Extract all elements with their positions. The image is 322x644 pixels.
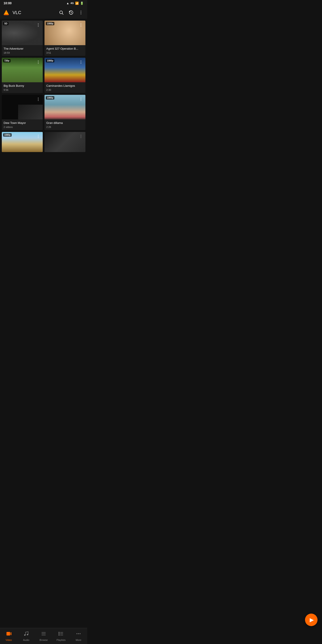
- video-card-gran[interactable]: 1080p Gran dillama 2:26: [44, 95, 86, 130]
- card-menu-button[interactable]: [35, 58, 42, 66]
- video-info: Dew Town Mayor 2 videos: [2, 120, 43, 130]
- video-thumbnail-gran: 1080p: [44, 95, 86, 120]
- svg-point-28: [81, 99, 82, 100]
- quality-badge: SD: [3, 22, 8, 25]
- video-count: 2 videos: [4, 126, 41, 128]
- svg-point-9: [81, 11, 82, 12]
- svg-point-25: [38, 99, 39, 100]
- svg-point-13: [38, 25, 39, 26]
- svg-point-19: [38, 62, 39, 62]
- video-info: Gran dillama 2:26: [44, 120, 86, 130]
- video-thumbnail-bigbuck: 720p: [2, 58, 43, 82]
- video-info: Big Buck Bunny 9:56: [2, 82, 43, 93]
- video-thumbnail-partial: [44, 132, 86, 152]
- svg-point-35: [81, 137, 82, 138]
- svg-point-30: [38, 135, 39, 136]
- svg-point-24: [38, 98, 39, 98]
- video-info: The Adventurer 18:59: [2, 45, 43, 56]
- status-bar: 10:00 ▲ 4G 📶 🔋: [0, 0, 87, 6]
- video-duration: 9:56: [4, 88, 41, 91]
- video-thumbnail-caminandes: 1080p: [44, 58, 86, 82]
- status-icons: ▲ 4G 📶 🔋: [66, 2, 84, 5]
- video-thumbnail-adventurer: SD: [2, 20, 43, 45]
- svg-rect-3: [4, 14, 8, 15]
- svg-point-31: [38, 136, 39, 137]
- svg-point-15: [81, 24, 82, 24]
- svg-point-5: [5, 12, 7, 13]
- svg-point-14: [38, 26, 39, 27]
- quality-badge: 1080p: [3, 133, 12, 137]
- svg-point-16: [81, 25, 82, 26]
- video-info: Agent 327 Operation B... 3:51: [44, 45, 86, 56]
- video-title: The Adventurer: [4, 47, 41, 51]
- card-menu-button[interactable]: [77, 133, 84, 140]
- svg-point-32: [38, 137, 39, 138]
- signal-4g-icon: 4G: [70, 2, 74, 4]
- card-menu-button[interactable]: [35, 96, 42, 103]
- video-thumbnail-dewtown: [2, 95, 43, 120]
- video-duration: 2:30: [46, 88, 84, 91]
- video-card-bigbuck[interactable]: 720p Big Buck Bunny 9:56: [2, 58, 43, 93]
- main-content: SD The Adventurer 18:59 1080p: [0, 19, 87, 172]
- app-title: VLC: [12, 10, 55, 15]
- video-title: Caminandes Llamigos: [46, 84, 84, 88]
- svg-point-33: [81, 135, 82, 136]
- toolbar-actions: [57, 8, 86, 17]
- svg-point-11: [81, 14, 82, 14]
- video-duration: 3:51: [46, 52, 84, 54]
- svg-point-27: [81, 98, 82, 98]
- card-menu-button[interactable]: [35, 133, 42, 140]
- svg-point-20: [38, 63, 39, 64]
- signal-bars-icon: 📶: [75, 2, 79, 5]
- svg-point-12: [38, 24, 39, 24]
- video-duration: 2:26: [46, 126, 84, 128]
- history-button[interactable]: [67, 8, 76, 17]
- svg-point-18: [38, 60, 39, 61]
- svg-point-22: [81, 62, 82, 62]
- video-info: Caminandes Llamigos 2:30: [44, 82, 86, 93]
- video-card-caminandes[interactable]: 1080p Caminandes Llamigos 2:30: [44, 58, 86, 93]
- card-menu-button[interactable]: [35, 22, 42, 28]
- video-title: Big Buck Bunny: [4, 84, 41, 88]
- svg-point-21: [81, 60, 82, 61]
- app-logo: [2, 8, 11, 17]
- video-card-llama[interactable]: 1080p: [2, 132, 43, 152]
- svg-point-6: [60, 11, 62, 14]
- svg-point-23: [81, 63, 82, 64]
- quality-badge: 720p: [3, 59, 10, 62]
- video-title: Gran dillama: [46, 121, 84, 125]
- card-menu-button[interactable]: [77, 22, 84, 28]
- video-title: Agent 327 Operation B...: [46, 47, 84, 51]
- card-menu-button[interactable]: [77, 58, 84, 66]
- svg-point-34: [81, 136, 82, 137]
- toolbar: VLC: [0, 6, 87, 19]
- svg-point-26: [38, 100, 39, 101]
- status-time: 10:00: [4, 1, 12, 5]
- video-card-partial[interactable]: [44, 132, 86, 152]
- svg-point-29: [81, 100, 82, 101]
- wifi-icon: ▲: [66, 2, 69, 5]
- card-menu-button[interactable]: [77, 96, 84, 103]
- video-duration: 18:59: [4, 52, 41, 54]
- video-card-dewtown[interactable]: Dew Town Mayor 2 videos: [2, 95, 43, 130]
- video-thumbnail-agent327: 1080p: [44, 20, 86, 45]
- video-title: Dew Town Mayor: [4, 121, 41, 125]
- more-options-button[interactable]: [76, 8, 86, 17]
- search-button[interactable]: [57, 8, 66, 17]
- svg-point-10: [81, 12, 82, 13]
- video-thumbnail-llama: 1080p: [2, 132, 43, 152]
- svg-line-7: [62, 14, 63, 14]
- video-card-adventurer[interactable]: SD The Adventurer 18:59: [2, 20, 43, 56]
- video-card-agent327[interactable]: 1080p Agent 327 Operation B... 3:51: [44, 20, 86, 56]
- quality-badge: 1080p: [46, 22, 54, 25]
- video-grid: SD The Adventurer 18:59 1080p: [0, 19, 87, 154]
- quality-badge: 1080p: [46, 59, 54, 62]
- battery-icon: 🔋: [80, 2, 84, 5]
- svg-point-17: [81, 26, 82, 27]
- quality-badge: 1080p: [46, 96, 54, 100]
